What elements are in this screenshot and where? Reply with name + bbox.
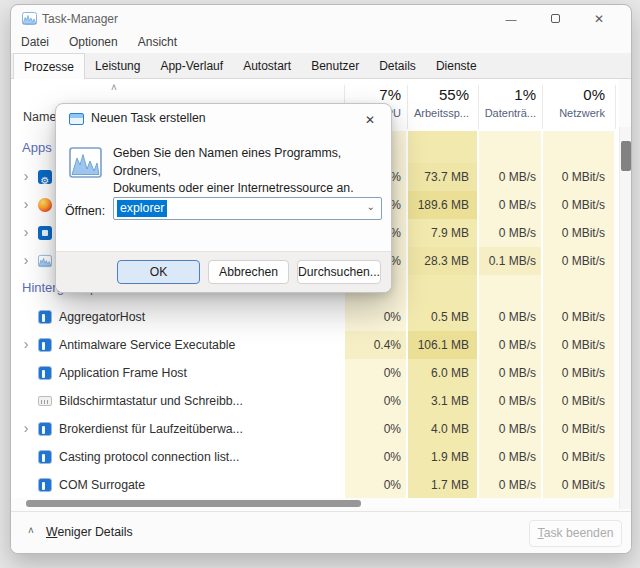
process-name: Antimalware Service Executable xyxy=(59,331,235,359)
tab-benutzer[interactable]: Benutzer xyxy=(301,53,369,79)
disk-cell: 0 MB/s xyxy=(479,303,541,331)
network-cell: 0 MBit/s xyxy=(543,219,614,247)
cpu-cell: 0% xyxy=(345,303,406,331)
tab-dienste[interactable]: Dienste xyxy=(426,53,487,79)
disk-cell: 0 MB/s xyxy=(479,331,541,359)
cpu-usage-total: 7% xyxy=(345,86,401,103)
app-window-icon xyxy=(38,338,52,352)
dialog-title: Neuen Task erstellen xyxy=(91,111,206,125)
settings-app-icon: ⚙ xyxy=(38,170,52,184)
browse-button[interactable]: Durchsuchen... xyxy=(297,260,381,284)
memory-cell: 0.5 MB xyxy=(408,303,477,331)
maximize-button[interactable] xyxy=(533,5,577,33)
table-row[interactable]: Application Frame Host 0% 6.0 MB 0 MB/s … xyxy=(11,359,619,387)
memory-cell: 1.9 MB xyxy=(408,443,477,471)
chevron-right-icon[interactable]: › xyxy=(19,247,33,275)
column-header-network[interactable]: 0% Netzwerk xyxy=(543,86,614,119)
tab-leistung[interactable]: Leistung xyxy=(85,53,150,79)
cpu-cell: 0% xyxy=(345,443,406,471)
sort-ascending-icon: ˄ xyxy=(111,82,117,93)
network-cell: 0 MBit/s xyxy=(543,331,614,359)
memory-cell: 3.1 MB xyxy=(408,387,477,415)
dialog-footer: OK Abbrechen Durchsuchen... xyxy=(56,251,391,292)
menu-bar: Datei Optionen Ansicht xyxy=(11,33,187,53)
process-name: COM Surrogate xyxy=(59,471,145,498)
disk-cell: 0 MB/s xyxy=(479,219,541,247)
cpu-cell: 0% xyxy=(345,471,406,498)
memory-cell: 6.0 MB xyxy=(408,359,477,387)
memory-cell: 7.9 MB xyxy=(408,219,477,247)
memory-cell: 73.7 MB xyxy=(408,163,477,191)
dialog-window-icon xyxy=(69,113,84,125)
disk-cell: 0 MB/s xyxy=(479,415,541,443)
network-cell: 0 MBit/s xyxy=(543,415,614,443)
tab-app-verlauf[interactable]: App-Verlauf xyxy=(150,53,233,79)
chevron-right-icon[interactable]: › xyxy=(19,191,33,219)
chevron-right-icon[interactable]: › xyxy=(19,415,33,443)
vertical-scrollbar[interactable] xyxy=(619,127,632,509)
disk-cell: 0 MB/s xyxy=(479,443,541,471)
column-divider xyxy=(615,85,616,129)
cpu-cell: 0% xyxy=(345,359,406,387)
group-header-apps[interactable]: Apps xyxy=(22,140,52,155)
open-combobox[interactable]: explorer ⌄ xyxy=(113,197,382,220)
network-cell: 0 MBit/s xyxy=(543,303,614,331)
column-header-disk[interactable]: 1% Datenträ... xyxy=(479,86,541,119)
tab-autostart[interactable]: Autostart xyxy=(233,53,301,79)
column-header-name[interactable]: Name xyxy=(23,110,56,124)
horizontal-scrollbar-thumb[interactable] xyxy=(26,500,361,507)
disk-cell: 0 MB/s xyxy=(479,191,541,219)
less-details-accesskey: W xyxy=(46,525,57,539)
cancel-button[interactable]: Abbrechen xyxy=(208,260,289,284)
network-cell: 0 MBit/s xyxy=(543,163,614,191)
task-manager-app-icon xyxy=(38,254,52,268)
column-header-memory[interactable]: 55% Arbeitssp... xyxy=(408,86,477,119)
memory-cell: 189.6 MB xyxy=(408,191,477,219)
chevron-right-icon[interactable]: › xyxy=(19,163,33,191)
minimize-button[interactable]: — xyxy=(489,5,533,33)
table-row[interactable]: AggregatorHost 0% 0.5 MB 0 MB/s 0 MBit/s xyxy=(11,303,619,331)
chevron-down-icon[interactable]: ⌄ xyxy=(367,201,375,212)
create-new-task-dialog: Neuen Task erstellen ✕ Geben Sie den Nam… xyxy=(55,103,392,293)
firefox-app-icon xyxy=(38,198,52,212)
dialog-close-button[interactable]: ✕ xyxy=(357,108,383,132)
process-name: Application Frame Host xyxy=(59,359,187,387)
keyboard-icon xyxy=(38,396,52,406)
disk-label: Datenträ... xyxy=(479,107,536,119)
window-title: Task-Manager xyxy=(42,12,118,26)
task-manager-icon xyxy=(22,12,37,25)
menu-ansicht[interactable]: Ansicht xyxy=(128,33,187,53)
menu-optionen[interactable]: Optionen xyxy=(59,33,128,53)
gear-icon: ⚙ xyxy=(41,175,50,186)
table-row[interactable]: COM Surrogate 0% 1.7 MB 0 MB/s 0 MBit/s xyxy=(11,471,619,498)
tab-details[interactable]: Details xyxy=(369,53,426,79)
less-details-toggle[interactable]: Weniger Details xyxy=(46,525,133,539)
horizontal-scrollbar[interactable] xyxy=(11,498,619,509)
close-button[interactable]: ✕ xyxy=(577,5,621,33)
cpu-cell: 0.4% xyxy=(345,331,406,359)
open-input-selected-text[interactable]: explorer xyxy=(117,200,167,217)
table-row[interactable]: Casting protocol connection list... 0% 1… xyxy=(11,443,619,471)
dialog-message: Geben Sie den Namen eines Programms, Ord… xyxy=(113,145,387,198)
disk-cell: 0 MB/s xyxy=(479,471,541,498)
cpu-cell: 0% xyxy=(345,387,406,415)
chevron-right-icon[interactable]: › xyxy=(19,331,33,359)
memory-cell: 106.1 MB xyxy=(408,331,477,359)
network-cell: 0 MBit/s xyxy=(543,443,614,471)
vertical-scrollbar-thumb[interactable] xyxy=(621,141,631,171)
network-usage-total: 0% xyxy=(543,86,605,103)
network-cell: 0 MBit/s xyxy=(543,387,614,415)
window-controls: — ✕ xyxy=(489,5,621,33)
ok-button[interactable]: OK xyxy=(117,260,200,284)
network-cell: 0 MBit/s xyxy=(543,359,614,387)
chevron-right-icon[interactable]: › xyxy=(19,219,33,247)
network-label: Netzwerk xyxy=(543,107,605,119)
table-row[interactable]: › Antimalware Service Executable 0.4% 10… xyxy=(11,331,619,359)
table-row[interactable]: Bildschirmtastatur und Schreibb... 0% 3.… xyxy=(11,387,619,415)
table-row[interactable]: › Brokerdienst für Laufzeitüberwa... 0% … xyxy=(11,415,619,443)
end-task-button[interactable]: Task beenden xyxy=(529,520,622,547)
tab-prozesse[interactable]: Prozesse xyxy=(13,53,85,79)
process-name: Brokerdienst für Laufzeitüberwa... xyxy=(59,415,243,443)
disk-cell: 0 MB/s xyxy=(479,387,541,415)
menu-datei[interactable]: Datei xyxy=(11,33,59,53)
